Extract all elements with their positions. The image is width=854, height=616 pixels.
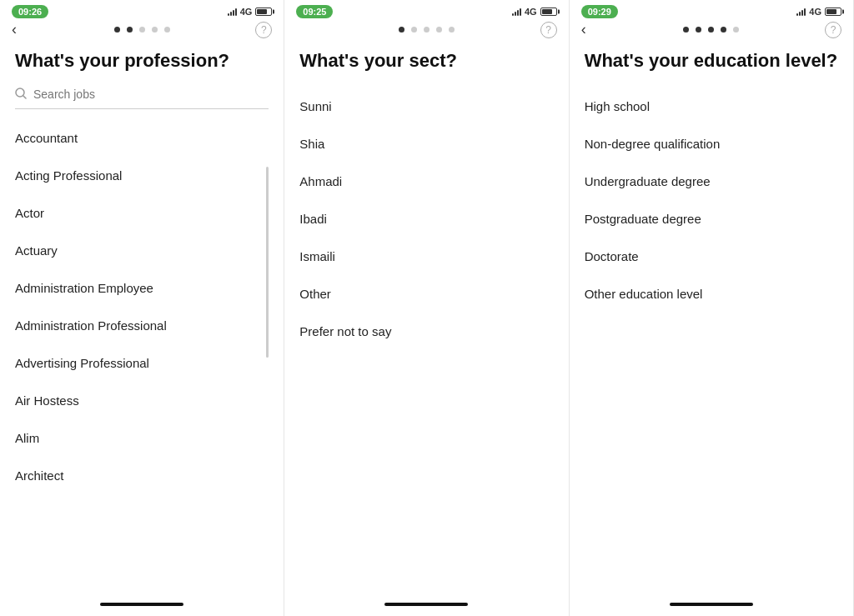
scroll-indicator — [266, 167, 269, 358]
status-right-3: 4G — [796, 7, 841, 17]
list-item[interactable]: Advertising Professional — [15, 344, 269, 382]
list-item[interactable]: Sunni — [299, 88, 553, 125]
list-item[interactable]: Other — [299, 275, 553, 313]
svg-line-1 — [23, 96, 26, 98]
dot-2-5 — [449, 27, 455, 33]
signal-icon-1 — [228, 8, 237, 16]
network-label-1: 4G — [240, 7, 253, 17]
help-button-2[interactable]: ? — [540, 22, 557, 38]
list-item[interactable]: Ahmadi — [299, 163, 553, 200]
time-3: 09:29 — [581, 5, 618, 18]
dot-2-2 — [411, 27, 417, 33]
back-button-3[interactable]: ‹ — [581, 21, 586, 38]
dot-2-1 — [399, 27, 404, 33]
network-label-2: 4G — [525, 7, 537, 17]
battery-icon-2 — [540, 8, 557, 16]
dot-1-1 — [114, 27, 120, 33]
dot-3-4 — [721, 27, 726, 33]
list-item[interactable]: Alim — [15, 419, 269, 457]
list-item[interactable]: Administration Employee — [15, 269, 269, 307]
search-bar — [15, 88, 269, 109]
education-title: What's your education level? — [585, 49, 838, 73]
profession-panel: 09:26 4G ‹ ? What's your profession? — [0, 0, 284, 616]
dot-2-3 — [424, 27, 430, 33]
list-item[interactable]: Ismaili — [299, 238, 553, 275]
status-bar-1: 09:26 4G — [0, 0, 284, 22]
nav-dots-2: ? — [284, 22, 568, 38]
profession-content: What's your profession? Accountant Actin… — [0, 38, 284, 596]
home-indicator-2 — [384, 603, 468, 606]
status-bar-3: 09:29 4G — [570, 0, 853, 22]
list-item[interactable]: Other education level — [585, 275, 838, 313]
list-item[interactable]: Air Hostess — [15, 382, 269, 419]
dot-3-2 — [696, 27, 701, 33]
list-item[interactable]: Non-degree qualification — [585, 125, 838, 163]
list-item[interactable]: Undergraduate degree — [585, 163, 838, 200]
list-item[interactable]: Actor — [15, 194, 269, 232]
signal-icon-2 — [512, 8, 521, 16]
search-icon — [15, 88, 27, 102]
education-content: What's your education level? High school… — [570, 38, 853, 596]
profession-title: What's your profession? — [15, 49, 269, 73]
time-1: 09:26 — [12, 5, 48, 18]
list-item[interactable]: Administration Professional — [15, 307, 269, 344]
nav-dots-1: ‹ ? — [0, 22, 284, 38]
status-right-2: 4G — [512, 7, 557, 17]
list-item[interactable]: Ibadi — [299, 200, 553, 238]
status-bar-2: 09:25 4G — [284, 0, 568, 22]
list-item[interactable]: Actuary — [15, 232, 269, 269]
dot-3-5 — [733, 27, 739, 33]
list-item[interactable]: Shia — [299, 125, 553, 163]
home-indicator-3 — [670, 603, 753, 606]
education-list[interactable]: High school Non-degree qualification Und… — [585, 88, 838, 597]
sect-content: What's your sect? Sunni Shia Ahmadi Ibad… — [284, 38, 568, 596]
sect-title: What's your sect? — [299, 49, 553, 73]
help-button-3[interactable]: ? — [825, 22, 841, 38]
battery-icon-3 — [825, 8, 841, 16]
signal-icon-3 — [796, 8, 806, 16]
dot-1-2 — [127, 27, 133, 33]
list-item[interactable]: Architect — [15, 457, 269, 494]
list-item[interactable]: High school — [585, 88, 838, 125]
dot-1-4 — [152, 27, 158, 33]
status-right-1: 4G — [228, 7, 273, 17]
dot-3-1 — [683, 27, 689, 33]
help-button-1[interactable]: ? — [255, 22, 272, 38]
list-item[interactable]: Postgraduate degree — [585, 200, 838, 238]
sect-list[interactable]: Sunni Shia Ahmadi Ibadi Ismaili Other Pr… — [299, 88, 553, 597]
dot-1-5 — [164, 27, 170, 33]
nav-dots-3: ‹ ? — [570, 22, 853, 38]
sect-panel: 09:25 4G ? What's your sect? Sunni Shia … — [284, 0, 569, 616]
search-input[interactable] — [33, 88, 269, 101]
dot-1-3 — [139, 27, 145, 33]
battery-icon-1 — [255, 8, 272, 16]
dot-3-3 — [708, 27, 714, 33]
list-item[interactable]: Accountant — [15, 119, 269, 157]
profession-list[interactable]: Accountant Acting Professional Actor Act… — [15, 119, 269, 597]
back-button-1[interactable]: ‹ — [12, 21, 17, 38]
list-item[interactable]: Prefer not to say — [299, 313, 553, 350]
list-item[interactable]: Doctorate — [585, 238, 838, 275]
dot-2-4 — [436, 27, 442, 33]
network-label-3: 4G — [809, 7, 821, 17]
education-panel: 09:29 4G ‹ ? What's your education level… — [570, 0, 854, 616]
time-2: 09:25 — [296, 5, 333, 18]
home-indicator-1 — [100, 603, 183, 606]
list-item[interactable]: Acting Professional — [15, 157, 269, 194]
